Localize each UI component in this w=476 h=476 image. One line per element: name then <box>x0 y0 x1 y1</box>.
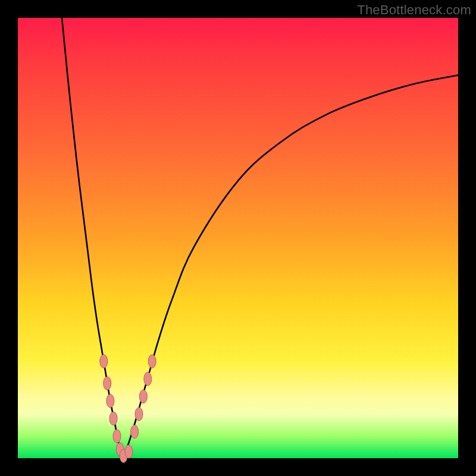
marker-point-11 <box>144 372 152 386</box>
marker-point-8 <box>131 425 139 439</box>
marker-point-7 <box>125 445 133 459</box>
marker-point-3 <box>109 412 117 425</box>
curves-svg <box>18 18 458 458</box>
marker-point-10 <box>139 390 147 403</box>
marker-point-9 <box>135 408 143 421</box>
marker-point-4 <box>113 430 121 443</box>
curve-right-branch <box>124 75 458 458</box>
curve-left-branch <box>62 18 124 458</box>
marker-point-0 <box>100 355 108 368</box>
markers-group <box>100 355 156 463</box>
marker-point-2 <box>107 394 114 408</box>
watermark-text: TheBottleneck.com <box>357 2 471 18</box>
chart-frame: TheBottleneck.com <box>0 0 476 476</box>
marker-point-1 <box>104 377 111 390</box>
marker-point-12 <box>148 355 156 368</box>
plot-area <box>18 18 458 458</box>
curves-group <box>62 18 458 458</box>
